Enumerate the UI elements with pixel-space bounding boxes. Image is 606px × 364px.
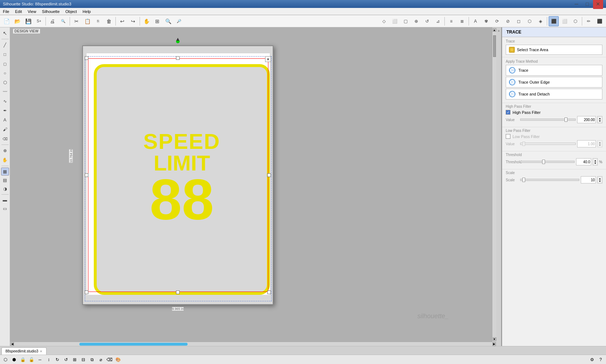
trace-and-detach-button[interactable]: Trace and Detach xyxy=(506,89,602,99)
distribute-button[interactable]: ⊟ xyxy=(79,356,87,364)
select-tool[interactable]: ↖ xyxy=(1,29,9,37)
vertical-scrollbar[interactable]: ▲ ▼ xyxy=(492,27,496,342)
scale-slider[interactable] xyxy=(520,179,579,181)
spin-down-icon[interactable]: ▼ xyxy=(599,120,601,122)
scale-spin[interactable]: ▲ ▼ xyxy=(597,176,602,183)
right-tb-2[interactable]: ⬜ xyxy=(390,16,400,26)
rotate-ccw-button[interactable]: ↺ xyxy=(62,356,70,364)
selection-close-button[interactable]: ✕ xyxy=(265,56,271,62)
high-pass-slider[interactable] xyxy=(520,119,576,121)
right-tb-9[interactable]: A xyxy=(470,16,480,26)
tab-close-button[interactable]: ✕ xyxy=(40,350,43,353)
save-button[interactable]: 💾 xyxy=(23,16,33,26)
panel-btn-2[interactable]: ▤ xyxy=(1,176,9,184)
threshold-slider-thumb[interactable] xyxy=(542,160,545,164)
vscroll-thumb[interactable] xyxy=(493,35,496,57)
right-tb-18[interactable]: ⬡ xyxy=(570,16,580,26)
high-pass-value-input[interactable]: 200.00 xyxy=(577,116,596,123)
scale-slider-thumb[interactable] xyxy=(522,178,525,182)
thresh-spin-down[interactable]: ▼ xyxy=(594,162,597,164)
threshold-spin[interactable]: ▲ ▼ xyxy=(593,158,598,165)
zoomout-button[interactable]: 🔎 xyxy=(174,16,184,26)
draw-freehand-tool[interactable]: 〰 xyxy=(1,88,9,96)
low-pass-value-input[interactable]: 1.00 xyxy=(577,140,596,147)
replicate-button[interactable]: ⧉ xyxy=(88,356,96,364)
handle-bm[interactable] xyxy=(176,290,180,294)
spin-up-icon[interactable]: ▲ xyxy=(599,117,601,120)
right-tb-11[interactable]: ⟳ xyxy=(492,16,502,26)
handle-mr[interactable] xyxy=(267,173,271,177)
flip-h-button[interactable]: ↔ xyxy=(36,356,44,364)
zoomin-button[interactable]: 🔍 xyxy=(163,16,173,26)
help-bottom-button[interactable]: ? xyxy=(597,356,605,364)
handle-tl[interactable] xyxy=(85,56,88,60)
right-tb-13[interactable]: ◻ xyxy=(514,16,524,26)
menu-silhouette[interactable]: Silhouette xyxy=(39,9,62,14)
hscroll-track[interactable] xyxy=(14,343,492,346)
right-tb-12[interactable]: ⊘ xyxy=(503,16,513,26)
undo-button[interactable]: ↩ xyxy=(117,16,127,26)
threshold-slider[interactable] xyxy=(520,161,575,163)
maximize-button[interactable]: □ xyxy=(582,0,592,9)
panel-btn-5[interactable]: ▭ xyxy=(1,205,9,213)
text-tool[interactable]: A xyxy=(1,116,9,124)
close-button[interactable]: ✕ xyxy=(593,0,603,9)
draw-line-tool[interactable]: ╱ xyxy=(1,41,9,49)
right-tb-4[interactable]: ⊕ xyxy=(411,16,421,26)
delete-button[interactable]: 🗑 xyxy=(104,16,114,26)
zoomfit-button[interactable]: ⊞ xyxy=(152,16,162,26)
trace-outer-edge-button[interactable]: Trace Outer Edge xyxy=(506,77,602,88)
ungroup-button[interactable]: ⬢ xyxy=(10,356,18,364)
paste-button[interactable]: ⎘ xyxy=(93,16,103,26)
speed-limit-sign[interactable]: SPEED LIMIT 88 xyxy=(94,64,270,295)
right-tb-1[interactable]: ◇ xyxy=(379,16,389,26)
scale-value-input[interactable]: 10 xyxy=(581,176,596,183)
trace-method-button[interactable]: Trace xyxy=(506,65,602,76)
handle-br[interactable] xyxy=(267,290,271,294)
hscroll-thumb[interactable] xyxy=(79,343,188,346)
thresh-spin-up[interactable]: ▲ xyxy=(594,159,597,162)
scale-spin-down[interactable]: ▼ xyxy=(599,180,601,182)
pan-button[interactable]: ✋ xyxy=(141,16,152,26)
select-trace-area-button[interactable]: Select Trace Area xyxy=(506,45,602,55)
right-tb-6[interactable]: ⊿ xyxy=(433,16,443,26)
pan-tool[interactable]: ✋ xyxy=(1,156,9,164)
eraser-tool[interactable]: ⌫ xyxy=(1,134,9,143)
paint-tool[interactable]: 🖌 xyxy=(1,125,9,134)
threshold-value-input[interactable]: 40.0 xyxy=(576,158,591,165)
low-pass-filter-checkbox[interactable] xyxy=(506,134,510,139)
panel-collapse-button[interactable]: » xyxy=(496,27,501,346)
open-button[interactable]: 📂 xyxy=(12,16,22,26)
draw-polygon-tool[interactable]: ⬡ xyxy=(1,78,9,87)
low-pass-slider-thumb[interactable] xyxy=(522,142,525,146)
right-tb-3[interactable]: ▢ xyxy=(400,16,410,26)
active-tab[interactable]: 88speedlimit.studio3 ✕ xyxy=(1,347,47,355)
settings-button[interactable]: ⚙ xyxy=(588,356,596,364)
minimize-button[interactable]: ─ xyxy=(571,0,581,9)
low-pass-spin[interactable]: ▲ ▼ xyxy=(597,140,602,147)
high-pass-slider-thumb[interactable] xyxy=(565,117,567,122)
draw-rect-tool[interactable]: □ xyxy=(1,50,9,59)
saveas-button[interactable]: S+ xyxy=(34,16,44,26)
vscroll-down[interactable]: ▼ xyxy=(493,337,496,341)
panel-btn-1[interactable]: ▦ xyxy=(1,168,9,176)
handle-ml[interactable] xyxy=(85,173,88,177)
right-tb-8[interactable]: ≣ xyxy=(457,16,467,26)
right-tb-16[interactable]: ⬛ xyxy=(549,16,559,26)
menu-object[interactable]: Object xyxy=(62,9,80,14)
redo-button[interactable]: ↪ xyxy=(128,16,138,26)
vscroll-up[interactable]: ▲ xyxy=(493,28,496,32)
menu-file[interactable]: File xyxy=(0,9,12,14)
panel-btn-4[interactable]: ▬ xyxy=(1,196,9,204)
hscroll-left[interactable]: ◀ xyxy=(10,342,14,346)
scale-spin-up[interactable]: ▲ xyxy=(599,177,601,180)
draw-ellipse-tool[interactable]: ○ xyxy=(1,69,9,77)
group-button[interactable]: ⬡ xyxy=(1,356,9,364)
lock-button[interactable]: 🔒 xyxy=(19,356,27,364)
handle-bl[interactable] xyxy=(85,290,88,294)
menu-view[interactable]: View xyxy=(25,9,39,14)
print-button[interactable]: 🖨 xyxy=(47,16,57,26)
horizontal-scrollbar[interactable]: ◀ ▶ xyxy=(10,342,496,346)
panel-btn-3[interactable]: ◑ xyxy=(1,185,9,193)
low-pass-slider[interactable] xyxy=(520,143,576,145)
